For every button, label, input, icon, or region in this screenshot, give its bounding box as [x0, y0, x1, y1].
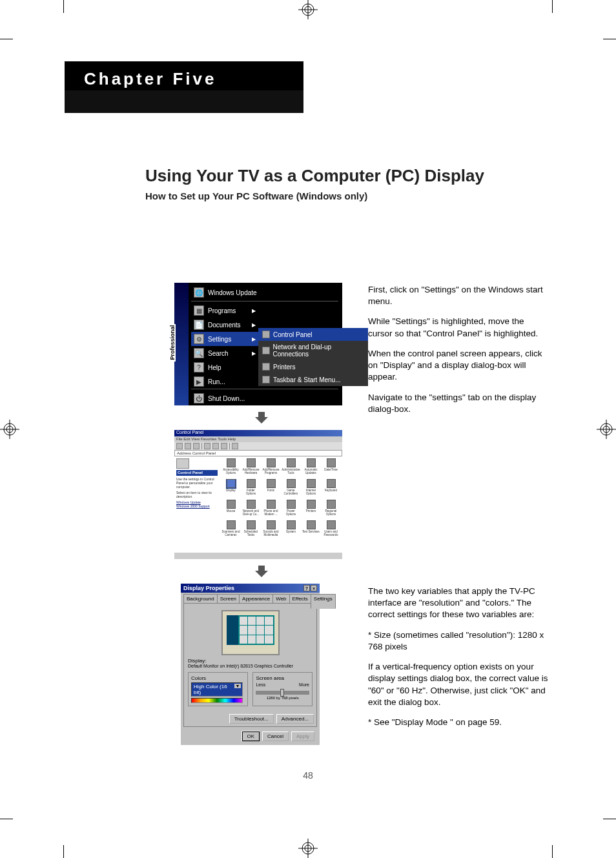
help-icon: ?	[194, 362, 204, 373]
applet-label: Add/Remove Hardware	[241, 468, 260, 475]
applet-label: Automatic Updates	[302, 468, 320, 475]
troubleshoot-button[interactable]: Troubleshoot...	[229, 714, 274, 724]
menu-bar[interactable]: File Edit View Favorites Tools Help	[174, 436, 342, 442]
instruction-text: When the control panel screen appears, c…	[368, 348, 546, 383]
up-button[interactable]	[193, 443, 200, 449]
control-panel-item[interactable]: Add/Remove Programs	[262, 458, 280, 478]
applet-label: Internet Options	[302, 489, 320, 495]
monitor-preview	[221, 610, 280, 655]
slider-thumb[interactable]	[280, 689, 284, 697]
programs-icon: ▦	[194, 305, 204, 316]
instruction-text: The two key variables that apply the TV-…	[368, 586, 552, 621]
applet-label: Administrative Tools	[282, 468, 300, 475]
address-bar[interactable]: Address Control Panel	[174, 450, 342, 456]
instruction-text: * Size (sometimes called "resolution"): …	[368, 629, 552, 653]
instructions-block-2: The two key variables that apply the TV-…	[368, 586, 552, 737]
start-menu-programs[interactable]: ▦Programs▶	[191, 303, 258, 318]
control-panel-item[interactable]: Internet Options	[302, 479, 320, 498]
control-panel-item[interactable]: Folder Options	[241, 479, 260, 498]
back-button[interactable]	[176, 443, 183, 449]
advanced-button[interactable]: Advanced...	[276, 714, 314, 724]
control-panel-item[interactable]: Automatic Updates	[302, 458, 320, 478]
start-menu-settings[interactable]: ⚙Settings▶	[191, 332, 258, 346]
start-menu-shutdown[interactable]: ⏻Shut Down...	[191, 391, 258, 405]
history-button[interactable]	[221, 443, 227, 449]
help-button[interactable]: ?	[303, 585, 310, 591]
shutdown-icon: ⏻	[194, 393, 204, 403]
crop-mark	[63, 845, 64, 858]
control-panel-icon	[262, 331, 270, 338]
search-button[interactable]	[204, 443, 210, 449]
control-panel-item[interactable]: Game Controllers	[282, 479, 300, 498]
instruction-text: If a vertical-frequency option exists on…	[368, 661, 552, 708]
control-panel-item[interactable]: System	[282, 520, 300, 540]
start-menu-run[interactable]: ▶Run...	[191, 374, 258, 389]
search-icon: 🔍	[194, 348, 204, 358]
control-panel-item[interactable]: Fonts	[262, 479, 280, 498]
control-panel-item[interactable]: Scanners and Cameras	[221, 520, 240, 540]
submenu-printers[interactable]: Printers	[258, 360, 368, 373]
submenu-taskbar[interactable]: Taskbar & Start Menu...	[258, 373, 368, 386]
screen-area-group: Screen area LessMore 1280 by 768 pixels	[252, 672, 313, 706]
colors-select[interactable]: High Color (16 bit)	[191, 682, 243, 697]
start-menu-documents[interactable]: 📄Documents▶	[191, 318, 258, 332]
applet-icon	[307, 500, 316, 509]
applet-label: Keyboard	[325, 489, 337, 492]
separator	[191, 301, 338, 301]
crop-mark	[0, 819, 13, 819]
control-panel-item[interactable]: Text Services	[302, 520, 320, 540]
apply-button[interactable]: Apply	[291, 731, 314, 741]
control-panel-item[interactable]: Phone and Modem ...	[262, 500, 280, 519]
applet-icon	[247, 479, 256, 488]
display-value: Default Monitor on Intel(r) 82815 Graphi…	[188, 664, 313, 668]
resolution-slider[interactable]	[256, 691, 309, 695]
control-panel-item[interactable]: Printers	[302, 500, 320, 519]
applet-label: Display	[226, 489, 236, 492]
start-menu-windows-update[interactable]: 🌐Windows Update	[191, 285, 258, 300]
control-panel-item[interactable]: Sounds and Multimedia	[262, 520, 280, 540]
forward-button[interactable]	[185, 443, 191, 449]
cancel-button[interactable]: Cancel	[262, 731, 289, 741]
sidebar-link-support[interactable]: Windows 2000 Support	[176, 504, 218, 508]
start-menu-screenshot: Windows 2000 Professional 🌐Windows Updat…	[174, 283, 342, 405]
applet-icon	[307, 520, 316, 529]
chevron-right-icon: ▶	[252, 322, 256, 328]
submenu-network[interactable]: Network and Dial-up Connections	[258, 341, 368, 360]
tab-settings[interactable]: Settings	[311, 594, 336, 609]
submenu-control-panel[interactable]: Control Panel	[258, 328, 368, 341]
control-panel-item[interactable]: Users and Passwords	[322, 520, 340, 540]
start-menu-search[interactable]: 🔍Search▶	[191, 346, 258, 360]
instruction-text: Navigate to the "settings" tab on the di…	[368, 392, 546, 415]
control-panel-item[interactable]: Power Options	[282, 500, 300, 519]
applet-icon	[327, 520, 336, 529]
control-panel-item[interactable]: Keyboard	[322, 479, 340, 498]
control-panel-item[interactable]: Network and Dial-up Co...	[241, 500, 260, 519]
dialog-title: Display Properties	[183, 585, 234, 591]
page-subtitle: How to Set up Your PC Software (Windows …	[145, 190, 367, 201]
network-icon	[262, 347, 270, 354]
down-arrow-icon	[255, 412, 268, 424]
control-panel-item[interactable]: Add/Remove Hardware	[241, 458, 260, 478]
sidebar-text: Use the settings in Control Panel to per…	[176, 477, 218, 489]
control-panel-item[interactable]: Mouse	[221, 500, 240, 519]
settings-tab-body: Display: Default Monitor on Intel(r) 828…	[183, 603, 317, 727]
control-panel-item[interactable]: Regional Options	[322, 500, 340, 519]
registration-mark	[298, 0, 318, 19]
ok-button[interactable]: OK	[242, 731, 260, 741]
folders-button[interactable]	[212, 443, 219, 449]
control-panel-item[interactable]: Scheduled Tasks	[241, 520, 260, 540]
dialog-title-bar: Display Properties ? ×	[181, 584, 320, 593]
crop-mark	[63, 0, 64, 13]
applet-icon	[227, 520, 236, 529]
chevron-right-icon: ▶	[252, 351, 256, 356]
control-panel-item[interactable]: Display	[221, 479, 240, 498]
applet-icon	[247, 458, 256, 467]
applet-icon	[287, 479, 296, 488]
start-menu-help[interactable]: ?Help	[191, 360, 258, 374]
control-panel-item[interactable]: Date/Time	[322, 458, 340, 478]
views-button[interactable]	[232, 443, 238, 449]
control-panel-item[interactable]: Administrative Tools	[282, 458, 300, 478]
control-panel-item[interactable]: Accessibility Options	[221, 458, 240, 478]
instruction-text: While "Settings" is highlighted, move th…	[368, 316, 546, 339]
close-button[interactable]: ×	[311, 585, 317, 591]
